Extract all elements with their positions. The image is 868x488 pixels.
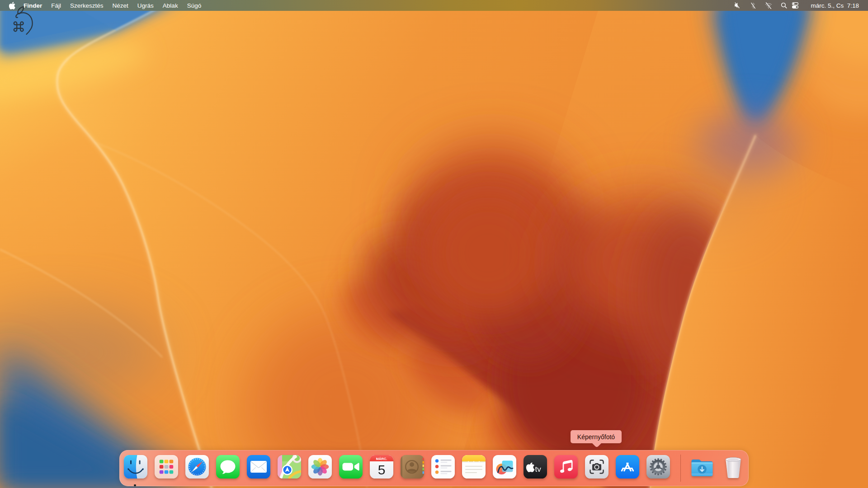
svg-text:tv: tv (535, 465, 541, 474)
svg-text:MÁRC.: MÁRC. (376, 457, 387, 461)
svg-text:5: 5 (377, 462, 385, 477)
